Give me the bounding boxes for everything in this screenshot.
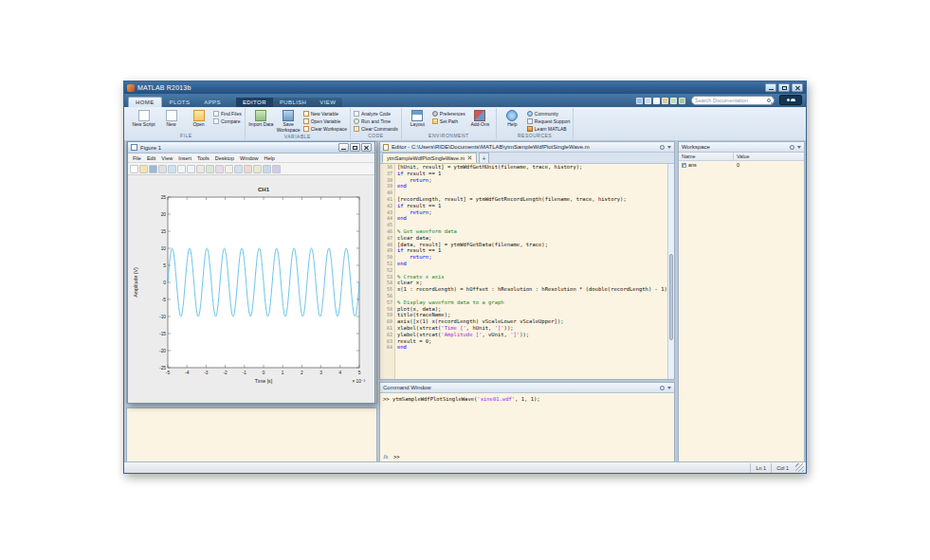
ribbon-help-button[interactable]: Help [500, 109, 525, 128]
ribbon-request-support-button[interactable]: Request Support [527, 117, 571, 124]
ribbon-find-files-button[interactable]: Find Files [213, 110, 242, 117]
ribbon-import-data-button[interactable]: Import Data [248, 109, 274, 128]
qa-undo-icon[interactable] [670, 98, 677, 104]
editor-menu-icon[interactable] [667, 146, 671, 149]
figure-menu-insert[interactable]: Insert [175, 155, 194, 161]
ribbon-new-variable-button[interactable]: New Variable [303, 110, 347, 117]
ribbon-community-button[interactable]: Community [527, 110, 571, 117]
command-window-menu-icon[interactable] [667, 387, 671, 389]
new-figure-icon[interactable] [130, 165, 138, 173]
figure-window[interactable]: Figure 1 FileEditViewInsertToolsDesktopW… [127, 141, 375, 404]
tab-publish[interactable]: PUBLISH [273, 98, 313, 107]
tab-plots[interactable]: PLOTS [163, 98, 197, 107]
qa-copy-icon[interactable] [653, 98, 660, 104]
user-account-button[interactable] [779, 95, 802, 105]
workspace-header[interactable]: Workspace [679, 142, 804, 153]
figure-menu-edit[interactable]: Edit [144, 155, 158, 161]
qa-save-icon[interactable] [636, 98, 643, 104]
figure-titlebar[interactable]: Figure 1 [128, 142, 374, 154]
data-cursor-icon[interactable] [215, 165, 224, 173]
ribbon-new-script-button[interactable]: New Script [131, 109, 156, 128]
figure-menu-window[interactable]: Window [237, 155, 262, 161]
column-header-value[interactable]: Value [734, 153, 753, 160]
ribbon-open-variable-button[interactable]: Open Variable [303, 117, 347, 124]
ribbon-layout-button[interactable]: Layout [405, 109, 430, 128]
brush-data-icon[interactable] [225, 165, 233, 173]
ribbon-set-path-button[interactable]: Set Path [432, 117, 465, 124]
ribbon-add-ons-button[interactable]: Add-Ons [467, 109, 493, 128]
insert-colorbar-icon[interactable] [244, 165, 252, 173]
ribbon-learn-matlab-button[interactable]: Learn MATLAB [527, 125, 571, 132]
figure-minimize-button[interactable] [338, 143, 349, 152]
tab-view[interactable]: VIEW [313, 98, 342, 107]
command-window-body[interactable]: >> ytmSampleWdfPlotSingleWave('sine01.wd… [380, 393, 674, 461]
documentation-search[interactable] [691, 96, 775, 105]
close-button[interactable] [792, 83, 803, 92]
figure-menu-help[interactable]: Help [262, 155, 278, 161]
print-figure-icon[interactable] [158, 165, 167, 173]
zoom-in-icon[interactable] [177, 165, 186, 173]
insert-legend-icon[interactable] [253, 165, 262, 173]
ribbon-run-and-time-button[interactable]: Run and Time [354, 117, 398, 124]
minimize-button[interactable] [765, 83, 776, 92]
ribbon-preferences-button[interactable]: Preferences [432, 110, 465, 117]
ribbon-button-label: Import Data [248, 122, 273, 128]
column-header-name[interactable]: Name [679, 153, 734, 160]
editor-scrollbar-thumb[interactable] [669, 254, 673, 340]
command-window-dock-icon[interactable] [660, 386, 665, 390]
code-editor-area[interactable]: 36[hUnit, result] = ytmWdfGetHUnit(filen… [380, 164, 674, 379]
window-titlebar[interactable]: MATLAB R2013b [124, 81, 806, 94]
qa-paste-icon[interactable] [662, 98, 668, 104]
rotate-3d-icon[interactable] [206, 165, 214, 173]
qa-redo-icon[interactable] [679, 98, 685, 104]
workspace-variable-row[interactable]: ans0 [679, 161, 804, 169]
tab-close-icon[interactable] [467, 155, 472, 160]
figure-plot-canvas[interactable]: -25-20-15-10-50510152025-5-4-3-2-1012345… [128, 175, 374, 403]
resize-grip[interactable] [795, 463, 804, 472]
tab-editor[interactable]: EDITOR [236, 98, 273, 107]
line-number: 60 [380, 318, 395, 325]
command-window-header[interactable]: Command Window [380, 383, 674, 393]
search-input[interactable] [695, 98, 761, 103]
figure-menu-tools[interactable]: Tools [194, 155, 212, 161]
workspace-menu-icon[interactable] [797, 146, 801, 149]
show-plot-tools-icon[interactable] [272, 165, 281, 173]
qa-cut-icon[interactable] [645, 98, 651, 104]
open-file-icon[interactable] [139, 165, 148, 173]
link-plot-icon[interactable] [234, 165, 243, 173]
window-controls [765, 83, 803, 92]
edit-plot-icon[interactable] [168, 165, 176, 173]
ribbon-clear-workspace-button[interactable]: Clear Workspace [303, 125, 347, 132]
svg-text:-5: -5 [166, 370, 171, 375]
ribbon-compare-button[interactable]: Compare [213, 117, 242, 124]
editor-document-icon [383, 144, 389, 151]
ribbon-analyze-code-button[interactable]: Analyze Code [354, 110, 398, 117]
figure-maximize-button[interactable] [350, 143, 360, 152]
new-file-tab-button[interactable]: + [479, 153, 489, 163]
maximize-button[interactable] [778, 83, 790, 92]
code-token: end [397, 215, 407, 221]
figure-close-button[interactable] [361, 143, 372, 152]
ribbon-save-workspace-button[interactable]: Save Workspace [276, 109, 301, 133]
pan-icon[interactable] [196, 165, 205, 173]
tab-home[interactable]: HOME [128, 97, 162, 107]
editor-header[interactable]: Editor - C:\Users\RIDE\Documents\MATLAB\… [380, 142, 674, 153]
ribbon-clear-commands-button[interactable]: Clear Commands [354, 125, 398, 132]
workspace-dock-icon[interactable] [790, 145, 794, 150]
ribbon-new-button[interactable]: New [158, 109, 184, 128]
zoom-out-icon[interactable] [187, 165, 195, 173]
figure-menu-file[interactable]: File [130, 155, 144, 161]
ribbon-open-button[interactable]: Open [186, 109, 211, 128]
figure-menu-view[interactable]: View [158, 155, 175, 161]
fx-function-hints-icon[interactable]: fx [383, 454, 388, 461]
layout-icon [411, 110, 423, 121]
ribbon-button-label: New Script [132, 122, 155, 128]
editor-file-tab[interactable]: ytmSampleWdfPlotSingleWave.m [382, 153, 477, 163]
save-figure-icon[interactable] [149, 165, 157, 173]
tab-apps[interactable]: APPS [197, 98, 228, 107]
editor-dock-icon[interactable] [660, 145, 665, 150]
ribbon-button-label: Request Support [535, 118, 571, 124]
figure-menu-desktop[interactable]: Desktop [212, 155, 237, 161]
editor-scrollbar[interactable] [667, 164, 674, 379]
hide-plot-tools-icon[interactable] [263, 165, 271, 173]
